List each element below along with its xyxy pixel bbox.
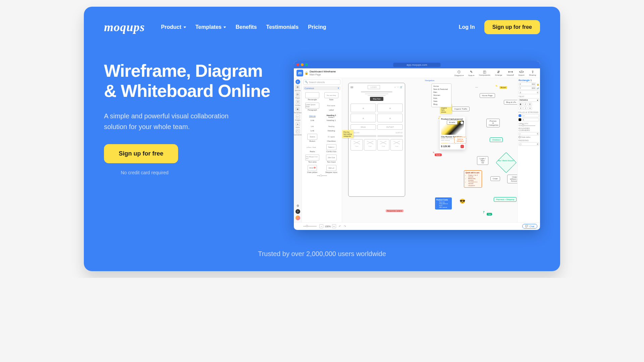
chevron-down-icon [223, 26, 226, 28]
stencil-textarea[interactable]: Dear Moqups I love you!Text area [303, 154, 322, 164]
sticky-note-2[interactable]: Pick the best selling categories [342, 130, 354, 138]
pages-icon: ▤ [296, 93, 300, 97]
signup-button[interactable]: Sign up for free [484, 20, 540, 34]
stencil-heading[interactable]: HeadingHeading [322, 123, 341, 132]
nav-templates[interactable]: Templates [196, 24, 226, 30]
scale-radius-checkbox[interactable] [519, 136, 521, 138]
images-icon: ▭ [296, 115, 300, 119]
stencil-button[interactable]: SubmitButton [303, 133, 322, 143]
sharing-icon: ⇪ [531, 70, 534, 74]
stencils-sidebar: 🔍Search stencils Common▾ Rectangle One m… [302, 78, 342, 222]
add-button[interactable]: + [296, 79, 300, 84]
nav-benefits[interactable]: Benefits [235, 24, 257, 30]
login-link[interactable]: Log In [459, 24, 475, 30]
stroke-swatch[interactable] [519, 118, 521, 121]
align-icon[interactable]: ⫴ [519, 107, 523, 110]
chat-button[interactable]: 💬Chat [522, 224, 537, 229]
nav-pricing[interactable]: Pricing [308, 24, 326, 30]
diagram-icon: ⬡ [458, 70, 461, 74]
tool-diagram[interactable]: ⬡Diagram ▾ [454, 70, 464, 76]
lock-icon: 🔒 [305, 71, 308, 75]
stroke-width-input[interactable]: 1 [522, 118, 539, 121]
padding-input[interactable]: ▢8 [519, 142, 539, 146]
logo-placeholder: LOGO [368, 85, 380, 89]
align-icon[interactable]: ⫵ [528, 107, 532, 110]
stencil-category-dropdown[interactable]: Common▾ [303, 86, 340, 90]
gear-icon[interactable]: ⚙ [297, 204, 299, 207]
rail-templates[interactable]: ▣Templates [294, 107, 302, 114]
cursor-label-russel: Russel [499, 86, 507, 89]
cursor-label-yiyi: Yiyi [487, 213, 492, 216]
rail-pages[interactable]: ▤Pages [295, 93, 300, 99]
zoom-out-button[interactable]: − [319, 224, 323, 228]
y-input[interactable]: Y333 [519, 86, 536, 90]
stencil-textinput[interactable]: John DoeText Input [322, 154, 341, 164]
tool-handoff[interactable]: ⟷Handoff [507, 70, 514, 76]
flow-home: Home Page [480, 93, 495, 98]
handoff-icon: ⟷ [508, 70, 513, 74]
fill-input[interactable]: — [522, 114, 539, 117]
flowchart[interactable]: Home Page Blog & LPs Organic Traffic Ema… [447, 83, 517, 210]
stencil-datepicker[interactable]: 04/22 📅Date picker [303, 164, 322, 174]
search-input[interactable]: 🔍Search stencils [303, 79, 340, 85]
x-input[interactable]: X342 [519, 82, 536, 86]
redo-icon[interactable]: ↷ [344, 225, 346, 228]
user-avatar[interactable] [296, 216, 300, 220]
stencil-radio[interactable]: ● Pizza ○ SushiRadio [303, 143, 322, 153]
stencil-stepper[interactable]: 12px ▴▾Stepper input [322, 164, 341, 174]
brand-logo[interactable]: moqups [104, 20, 145, 34]
stencil-combobox[interactable]: Select ▾Combo box [322, 143, 341, 153]
hero-subtitle: A simple and powerful visual collaborati… [104, 111, 252, 132]
rail-comments[interactable]: ▢Comments [294, 129, 302, 136]
icons-icon: ♣ [296, 122, 300, 126]
tool-sharing[interactable]: ⇪Sharing [529, 70, 536, 76]
stencil-checkbox[interactable]: ☑ I agreeCheckbox [322, 133, 341, 143]
slider-control[interactable] [303, 226, 317, 227]
url-bar: app.moqups.com [393, 63, 440, 67]
export-icon: </> [519, 70, 524, 74]
stencil-label[interactable]: First name:Label [322, 102, 341, 112]
app-screenshot: app.moqups.com m 🔒 Dashboard Wireframe M… [294, 61, 540, 230]
stencil-rectangle[interactable]: Rectangle [303, 92, 322, 101]
hero-cta-button[interactable]: Sign up for free [104, 144, 178, 163]
link-icon[interactable]: 🔗 [537, 87, 539, 89]
search-icon: ⌕ [394, 86, 396, 88]
opacity-slider[interactable] [519, 125, 535, 126]
rotate-input[interactable]: ∠0 [519, 90, 539, 94]
lock-icon[interactable]: 🔒 [537, 83, 539, 85]
nav-testimonials[interactable]: Testimonials [266, 24, 299, 30]
mobile-wireframe[interactable]: LOGO ⌕♡🛒 Shop Now ▲ ▲ [348, 83, 405, 197]
stencil-paragraph[interactable]: Lorem Ipsum DolorParagraph [303, 102, 322, 112]
tool-export[interactable]: </>Export [519, 70, 524, 76]
align-icon[interactable]: ⫶ [523, 107, 527, 110]
stencil-slider[interactable] [303, 175, 340, 177]
nav-product[interactable]: Product [161, 24, 186, 30]
italic-icon[interactable]: I [523, 103, 527, 106]
undo-icon[interactable]: ↶ [339, 225, 341, 228]
zoom-level: 100% [325, 225, 331, 228]
nav-label: Navigation [425, 79, 434, 81]
flow-promos: Promos & Categories [486, 119, 500, 127]
rail-icons[interactable]: ♣Icons [296, 122, 300, 128]
fill-swatch[interactable] [519, 114, 521, 117]
stencil-link2[interactable]: LinkLink [303, 123, 322, 132]
flow-decision [496, 152, 517, 173]
tool-components[interactable]: ◫Components [479, 70, 490, 76]
app-logo-icon: m [297, 70, 303, 76]
bold-icon[interactable]: B [519, 103, 523, 106]
corner-input[interactable]: ⌐6 [519, 132, 539, 135]
stencil-note[interactable]: One more thingNote [322, 92, 341, 101]
stencil-heading1[interactable]: Heading 1Heading 2Heading 1 [322, 112, 341, 122]
help-icon[interactable]: ? [296, 209, 300, 214]
rail-images[interactable]: ▭Images [295, 115, 300, 121]
align-left-icon[interactable]: ≡ [528, 103, 532, 106]
project-title: Dashboard Wireframe [310, 70, 336, 73]
tool-arrange[interactable]: ⇵Arrange [495, 70, 502, 76]
zoom-in-button[interactable]: + [332, 224, 336, 228]
tool-note[interactable]: ✎Note ▾ [468, 70, 474, 76]
rail-outline[interactable]: ☰Outline [295, 100, 301, 106]
font-input[interactable]: Helvetica▾ [519, 98, 539, 102]
canvas[interactable]: Navigation LOGO ⌕♡🛒 Shop [342, 78, 517, 222]
rail-stencils[interactable]: ▦Stencils [295, 85, 301, 92]
stencil-link[interactable]: Click meLink [303, 112, 322, 122]
